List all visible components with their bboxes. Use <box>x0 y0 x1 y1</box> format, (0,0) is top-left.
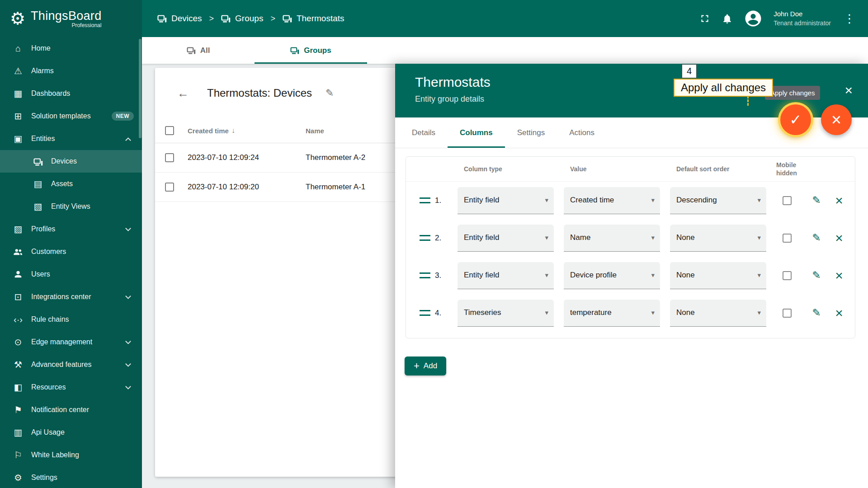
sidebar-item-profiles[interactable]: ▨ Profiles <box>0 218 142 240</box>
tab-all[interactable]: All <box>142 37 255 64</box>
chevron-down-icon <box>125 293 131 299</box>
sidebar-item-home[interactable]: ⌂ Home <box>0 37 142 60</box>
settings-icon: ⚙ <box>12 473 24 482</box>
column-type-select[interactable]: Entity field▾ <box>458 262 554 289</box>
sidebar-item-api-usage[interactable]: ▥ Api Usage <box>0 421 142 444</box>
row-checkbox[interactable] <box>165 183 174 192</box>
chevron-down-icon <box>125 338 131 344</box>
dropdown-arrow-icon: ▾ <box>651 271 655 279</box>
breadcrumb-devices[interactable]: Devices <box>157 14 202 23</box>
drag-handle-icon[interactable] <box>420 272 430 278</box>
sidebar-item-devices[interactable]: Devices <box>0 150 142 173</box>
drag-handle-icon[interactable] <box>420 310 430 316</box>
column-type-select[interactable]: Entity field▾ <box>458 187 554 214</box>
main-tabs: All Groups <box>142 37 868 64</box>
back-arrow-icon[interactable]: ← <box>177 86 189 100</box>
notification-center-icon: ⚑ <box>12 405 24 414</box>
created-time-column-header[interactable]: Created time ↓ <box>188 127 306 135</box>
apply-changes-button[interactable]: ✓ <box>780 104 811 135</box>
sidebar-item-notification-center[interactable]: ⚑ Notification center <box>0 399 142 421</box>
mobile-hidden-header: Mobile hidden <box>776 161 802 177</box>
sidebar-item-edge-management[interactable]: ⊙ Edge management <box>0 331 142 353</box>
add-column-button[interactable]: + Add <box>405 357 446 375</box>
apply-changes-tooltip: Apply changes <box>765 86 820 100</box>
user-menu[interactable]: John Doe Tenant administrator <box>774 9 831 27</box>
breadcrumb: Devices > Groups > Thermostats <box>142 14 344 23</box>
notifications-bell-icon[interactable] <box>722 13 733 24</box>
sidebar-item-customers[interactable]: Customers <box>0 240 142 263</box>
sidebar-item-dashboards[interactable]: ▦ Dashboards <box>0 82 142 105</box>
value-select[interactable]: Name▾ <box>564 225 660 252</box>
column-type-header: Column type <box>458 165 554 173</box>
dropdown-arrow-icon: ▾ <box>757 309 761 317</box>
value-select[interactable]: Device profile▾ <box>564 262 660 289</box>
sidebar-item-integrations-center[interactable]: ⊡ Integrations center <box>0 286 142 308</box>
sort-order-select[interactable]: None▾ <box>670 300 766 327</box>
breadcrumb-groups[interactable]: Groups <box>221 14 263 23</box>
column-type-select[interactable]: Entity field▾ <box>458 225 554 252</box>
row-index: 3. <box>435 271 458 280</box>
sort-order-select[interactable]: Descending▾ <box>670 187 766 214</box>
sidebar-item-assets[interactable]: ▤ Assets <box>0 173 142 195</box>
tab-columns[interactable]: Columns <box>448 117 505 148</box>
edit-column-icon[interactable]: ✎ <box>812 269 821 282</box>
edit-column-icon[interactable]: ✎ <box>812 194 821 206</box>
dropdown-arrow-icon: ▾ <box>651 234 655 242</box>
sidebar-item-rule-chains[interactable]: ‹·› Rule chains <box>0 308 142 331</box>
select-all-checkbox[interactable] <box>165 126 174 135</box>
edit-column-icon[interactable]: ✎ <box>812 232 821 244</box>
sidebar-item-solution-templates[interactable]: ⊞ Solution templates NEW <box>0 105 142 127</box>
topbar: Devices > Groups > Thermostats John Doe … <box>142 0 868 37</box>
sidebar-item-white-labeling[interactable]: ⚐ White Labeling <box>0 444 142 466</box>
sidebar-item-advanced-features[interactable]: ⚒ Advanced features <box>0 353 142 376</box>
white-labeling-icon: ⚐ <box>12 450 24 460</box>
sidebar-item-settings[interactable]: ⚙ Settings <box>0 466 142 488</box>
mobile-hidden-checkbox[interactable] <box>783 234 792 243</box>
sidebar-item-alarms[interactable]: ⚠ Alarms <box>0 60 142 82</box>
drag-handle-icon[interactable] <box>420 197 430 203</box>
dropdown-arrow-icon: ▾ <box>545 271 548 279</box>
tab-details[interactable]: Details <box>400 117 448 148</box>
breadcrumb-separator: > <box>209 14 214 23</box>
row-checkbox[interactable] <box>165 153 174 162</box>
value-select[interactable]: temperature▾ <box>564 300 660 327</box>
app-logo[interactable]: ⚙ ThingsBoard Professional <box>0 0 142 37</box>
rule-chains-icon: ‹·› <box>12 315 24 324</box>
close-icon[interactable]: × <box>844 84 853 97</box>
cancel-changes-button[interactable]: × <box>821 104 852 135</box>
mobile-hidden-checkbox[interactable] <box>783 309 792 318</box>
advanced-features-icon: ⚒ <box>12 360 24 369</box>
sidebar-item-users[interactable]: Users <box>0 263 142 286</box>
remove-column-icon[interactable]: × <box>835 194 843 207</box>
dropdown-arrow-icon: ▾ <box>545 234 548 242</box>
tab-groups[interactable]: Groups <box>255 37 367 64</box>
kebab-menu-icon[interactable]: ⋮ <box>842 12 857 26</box>
avatar[interactable] <box>744 9 763 28</box>
mobile-hidden-checkbox[interactable] <box>783 271 792 280</box>
remove-column-icon[interactable]: × <box>835 306 843 320</box>
tab-actions[interactable]: Actions <box>557 117 607 148</box>
breadcrumb-thermostats[interactable]: Thermostats <box>283 14 344 23</box>
edit-group-title-icon[interactable]: ✎ <box>326 87 334 99</box>
sidebar-scrollbar[interactable] <box>139 39 142 138</box>
devices-icon <box>32 157 44 166</box>
sidebar-item-entities[interactable]: ▣ Entities <box>0 127 142 150</box>
remove-column-icon[interactable]: × <box>835 269 843 282</box>
edit-column-icon[interactable]: ✎ <box>812 307 821 319</box>
fullscreen-icon[interactable] <box>699 13 711 24</box>
mobile-hidden-checkbox[interactable] <box>783 196 792 205</box>
drag-handle-icon[interactable] <box>420 235 430 241</box>
sort-order-select[interactable]: None▾ <box>670 262 766 289</box>
chevron-down-icon <box>125 361 131 367</box>
sidebar-item-resources[interactable]: ◧ Resources <box>0 376 142 399</box>
sort-order-select[interactable]: None▾ <box>670 225 766 252</box>
remove-column-icon[interactable]: × <box>835 231 843 245</box>
chevron-up-icon <box>125 137 131 143</box>
sidebar-item-entity-views[interactable]: ▧ Entity Views <box>0 195 142 218</box>
value-select[interactable]: Created time▾ <box>564 187 660 214</box>
assets-icon: ▤ <box>32 179 44 188</box>
tab-settings[interactable]: Settings <box>505 117 557 148</box>
annotation-step-number: 4 <box>682 64 697 78</box>
column-type-select[interactable]: Timeseries▾ <box>458 300 554 327</box>
dropdown-arrow-icon: ▾ <box>651 309 655 317</box>
